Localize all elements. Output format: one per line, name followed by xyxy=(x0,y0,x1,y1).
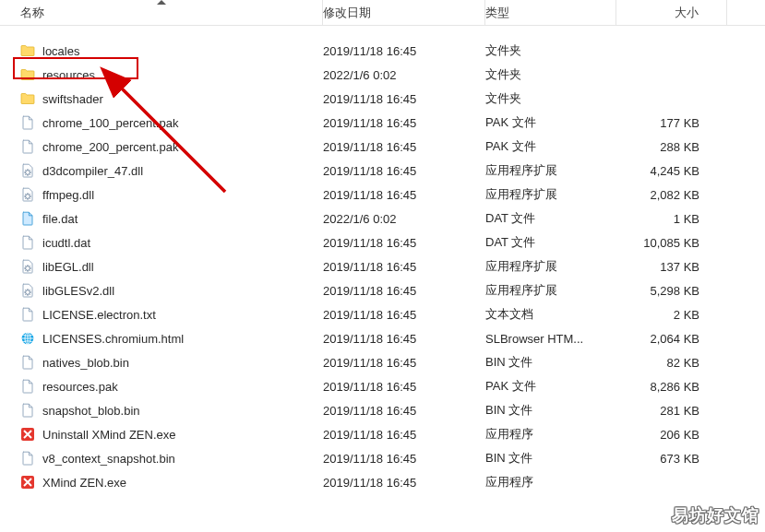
file-type: 文本文档 xyxy=(485,306,616,323)
file-date: 2019/11/18 16:45 xyxy=(323,236,485,250)
file-date: 2022/1/6 0:02 xyxy=(323,68,485,82)
file-size: 1 KB xyxy=(616,212,727,226)
file-size: 2,064 KB xyxy=(616,332,727,346)
html-icon xyxy=(20,331,35,346)
column-header-date[interactable]: 修改日期 xyxy=(323,0,485,25)
file-row[interactable]: icudtl.dat2019/11/18 16:45DAT 文件10,085 K… xyxy=(0,231,765,254)
file-type: 应用程序扩展 xyxy=(485,258,616,275)
file-name: resources.pak xyxy=(42,380,118,394)
file-date: 2019/11/18 16:45 xyxy=(323,308,485,322)
file-size: 4,245 KB xyxy=(616,164,727,178)
file-type: BIN 文件 xyxy=(485,402,616,419)
file-row[interactable]: chrome_100_percent.pak2019/11/18 16:45PA… xyxy=(0,111,765,135)
file-type: PAK 文件 xyxy=(485,378,616,395)
file-icon xyxy=(20,115,35,130)
file-size: 206 KB xyxy=(616,428,727,442)
file-date: 2019/11/18 16:45 xyxy=(323,452,485,466)
file-icon xyxy=(20,307,35,322)
file-date: 2019/11/18 16:45 xyxy=(323,260,485,274)
file-name: natives_blob.bin xyxy=(42,356,129,370)
file-row[interactable]: snapshot_blob.bin2019/11/18 16:45BIN 文件2… xyxy=(0,398,765,422)
file-type: PAK 文件 xyxy=(485,114,616,131)
file-row[interactable]: natives_blob.bin2019/11/18 16:45BIN 文件82… xyxy=(0,350,765,374)
file-date: 2019/11/18 16:45 xyxy=(323,428,485,442)
file-row[interactable]: v8_context_snapshot.bin2019/11/18 16:45B… xyxy=(0,446,765,470)
file-type: DAT 文件 xyxy=(485,210,616,227)
file-type: 应用程序扩展 xyxy=(485,162,616,179)
file-size: 2,082 KB xyxy=(616,188,727,202)
file-type: SLBrowser HTM... xyxy=(485,332,616,346)
file-icon xyxy=(20,379,35,394)
file-row[interactable]: file.dat2022/1/6 0:02DAT 文件1 KB xyxy=(0,207,765,231)
dll-icon xyxy=(20,283,35,298)
file-name: icudtl.dat xyxy=(42,236,90,250)
file-name: locales xyxy=(42,44,79,58)
file-row[interactable]: swiftshader2019/11/18 16:45文件夹 xyxy=(0,87,765,111)
file-date: 2019/11/18 16:45 xyxy=(323,332,485,346)
folder-icon xyxy=(20,91,35,106)
file-size: 2 KB xyxy=(616,308,727,322)
file-date: 2019/11/18 16:45 xyxy=(323,380,485,394)
file-size: 10,085 KB xyxy=(616,236,727,250)
file-type: 应用程序扩展 xyxy=(485,282,616,299)
file-row[interactable]: resources2022/1/6 0:02文件夹 xyxy=(0,63,765,87)
dat-icon xyxy=(20,211,35,226)
column-header-date-label: 修改日期 xyxy=(323,5,371,21)
file-row[interactable]: libGLESv2.dll2019/11/18 16:45应用程序扩展5,298… xyxy=(0,278,765,302)
column-header-row: 名称 修改日期 类型 大小 xyxy=(0,0,765,26)
file-name: XMind ZEN.exe xyxy=(42,476,126,490)
file-date: 2019/11/18 16:45 xyxy=(323,164,485,178)
file-size: 281 KB xyxy=(616,404,727,418)
file-type: BIN 文件 xyxy=(485,354,616,371)
file-name: resources xyxy=(42,68,95,82)
file-row[interactable]: d3dcompiler_47.dll2019/11/18 16:45应用程序扩展… xyxy=(0,159,765,183)
dll-icon xyxy=(20,187,35,202)
file-row[interactable]: resources.pak2019/11/18 16:45PAK 文件8,286… xyxy=(0,374,765,398)
file-type: PAK 文件 xyxy=(485,138,616,155)
file-type: 文件夹 xyxy=(485,42,616,59)
file-name: libEGL.dll xyxy=(42,260,94,274)
column-header-name[interactable]: 名称 xyxy=(0,0,323,25)
file-date: 2019/11/18 16:45 xyxy=(323,44,485,58)
watermark-text: 易坊好文馆 xyxy=(672,504,759,526)
file-date: 2019/11/18 16:45 xyxy=(323,284,485,298)
file-row[interactable]: XMind ZEN.exe2019/11/18 16:45应用程序 xyxy=(0,470,765,494)
file-name: d3dcompiler_47.dll xyxy=(42,164,143,178)
file-type: 应用程序 xyxy=(485,474,616,491)
file-date: 2022/1/6 0:02 xyxy=(323,212,485,226)
file-row[interactable]: Uninstall XMind ZEN.exe2019/11/18 16:45应… xyxy=(0,422,765,446)
file-name: ffmpeg.dll xyxy=(42,188,94,202)
file-type: 应用程序 xyxy=(485,426,616,443)
file-name: v8_context_snapshot.bin xyxy=(42,452,175,466)
file-type: DAT 文件 xyxy=(485,234,616,251)
file-type: 应用程序扩展 xyxy=(485,186,616,203)
file-date: 2019/11/18 16:45 xyxy=(323,188,485,202)
file-icon xyxy=(20,139,35,154)
file-row[interactable]: LICENSES.chromium.html2019/11/18 16:45SL… xyxy=(0,326,765,350)
file-name: swiftshader xyxy=(42,92,103,106)
file-row[interactable]: locales2019/11/18 16:45文件夹 xyxy=(0,39,765,63)
xmind-icon xyxy=(20,475,35,490)
file-size: 177 KB xyxy=(616,116,727,130)
column-header-size[interactable]: 大小 xyxy=(616,0,727,25)
file-row[interactable]: libEGL.dll2019/11/18 16:45应用程序扩展137 KB xyxy=(0,254,765,278)
file-row[interactable]: ffmpeg.dll2019/11/18 16:45应用程序扩展2,082 KB xyxy=(0,183,765,207)
file-row[interactable]: LICENSE.electron.txt2019/11/18 16:45文本文档… xyxy=(0,302,765,326)
xmind-icon xyxy=(20,427,35,442)
file-size: 288 KB xyxy=(616,140,727,154)
file-size: 673 KB xyxy=(616,452,727,466)
file-icon xyxy=(20,403,35,418)
column-header-type[interactable]: 类型 xyxy=(485,0,616,25)
file-date: 2019/11/18 16:45 xyxy=(323,140,485,154)
dll-icon xyxy=(20,163,35,178)
dll-icon xyxy=(20,259,35,274)
file-size: 137 KB xyxy=(616,260,727,274)
column-header-type-label: 类型 xyxy=(485,5,509,21)
file-name: Uninstall XMind ZEN.exe xyxy=(42,428,176,442)
file-icon xyxy=(20,355,35,370)
file-row[interactable]: chrome_200_percent.pak2019/11/18 16:45PA… xyxy=(0,135,765,159)
file-name: LICENSES.chromium.html xyxy=(42,332,184,346)
file-type: BIN 文件 xyxy=(485,450,616,467)
folder-icon xyxy=(20,67,35,82)
file-name: libGLESv2.dll xyxy=(42,284,114,298)
